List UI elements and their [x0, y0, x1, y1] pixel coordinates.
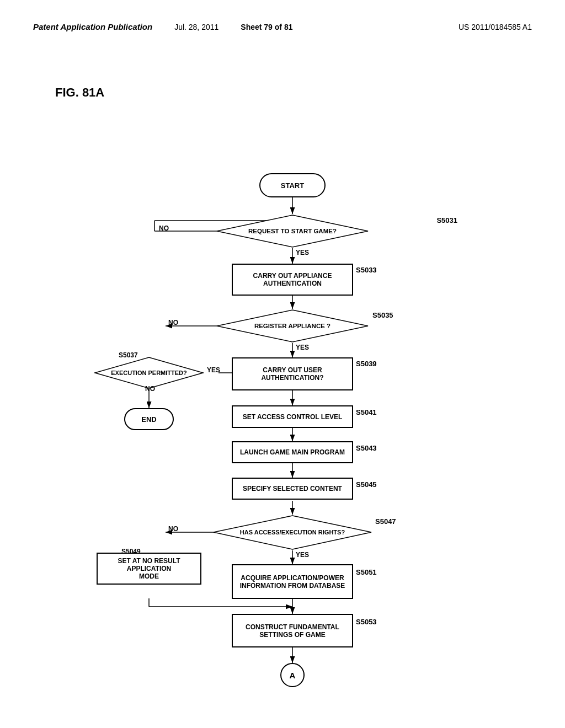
s5037-yes-label: YES: [207, 366, 220, 374]
s5049-label: S5049: [121, 548, 141, 555]
s5031-yes-label: YES: [296, 249, 309, 256]
s5053-rect: CONSTRUCT FUNDAMENTAL SETTINGS OF GAME: [232, 614, 353, 647]
s5043-rect: LAUNCH GAME MAIN PROGRAM: [232, 441, 353, 463]
s5033-label: S5033: [356, 266, 377, 274]
s5039-label: S5039: [356, 360, 377, 368]
s5047-label: S5047: [375, 517, 396, 526]
s5035-no-label: NO: [168, 319, 178, 326]
s5031-diamond: REQUEST TO START GAME?: [216, 214, 369, 248]
s5051-label: S5051: [356, 568, 377, 576]
date-label: Jul. 28, 2011: [174, 23, 218, 31]
s5047-diamond: HAS ACCESS/EXECUTION RIGHTS?: [212, 515, 372, 550]
s5031-no-label: NO: [159, 224, 169, 232]
publication-label: Patent Application Publication: [33, 22, 152, 31]
s5037-diamond: EXECUTION PERMITTED?: [94, 356, 204, 389]
end-node: END: [124, 408, 174, 430]
s5033-rect: CARRY OUT APPLIANCE AUTHENTICATION: [232, 264, 353, 296]
flowchart: START REQUEST TO START GAME? S5031 NO YE…: [0, 77, 565, 717]
start-node: START: [259, 173, 326, 197]
s5037-no-label: NO: [145, 385, 155, 393]
s5045-label: S5045: [356, 480, 377, 489]
s5035-yes-label: YES: [296, 344, 309, 351]
s5037-label: S5037: [119, 351, 138, 359]
s5051-rect: ACQUIRE APPLICATION/POWER INFORMATION FR…: [232, 564, 353, 599]
end-a-node: A: [280, 663, 305, 687]
s5035-diamond: REGISTER APPLIANCE ?: [216, 309, 369, 343]
s5039-rect: CARRY OUT USER AUTHENTICATION?: [232, 357, 353, 390]
header: Patent Application Publication Jul. 28, …: [0, 0, 565, 31]
s5043-label: S5043: [356, 444, 377, 452]
s5041-label: S5041: [356, 408, 377, 416]
s5031-label: S5031: [436, 216, 457, 224]
patent-label: US 2011/0184585 A1: [459, 23, 532, 31]
s5045-rect: SPECIFY SELECTED CONTENT: [232, 478, 353, 500]
s5047-no-label: NO: [168, 525, 178, 533]
s5053-label: S5053: [356, 618, 377, 626]
s5041-rect: SET ACCESS CONTROL LEVEL: [232, 405, 353, 428]
s5035-label: S5035: [372, 311, 393, 319]
sheet-label: Sheet 79 of 81: [241, 23, 292, 31]
s5049-rect: SET AT NO RESULT APPLICATION MODE: [97, 553, 201, 585]
s5047-yes-label: YES: [296, 551, 309, 559]
